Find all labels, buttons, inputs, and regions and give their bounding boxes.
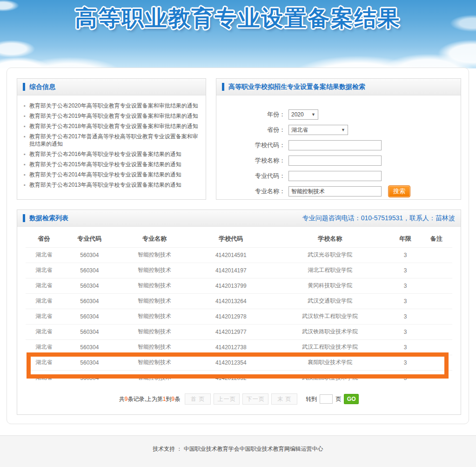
major-code-input[interactable] — [288, 171, 382, 181]
blue-bar-icon — [222, 83, 224, 91]
table-row: 湖北省560304智能控制技术4142013264武汉交通职业学院3 — [26, 293, 452, 309]
summary-text: 条 — [174, 396, 180, 402]
province-select-value: 湖北省 — [291, 126, 308, 134]
table-cell: 智能控制技术 — [117, 247, 192, 263]
results-panel-header: 数据检索列表 专业问题咨询电话：010-57519531，联系人：苗林波 — [17, 210, 461, 227]
column-header: 备注 — [420, 230, 452, 247]
table-cell: 4142013799 — [192, 278, 270, 293]
prev-page-button[interactable]: 上一页 — [214, 393, 240, 405]
table-cell: 3 — [390, 355, 421, 370]
table-cell: 560304 — [62, 309, 117, 324]
table-cell: 4142012978 — [192, 309, 270, 324]
table-cell: 560304 — [62, 324, 117, 339]
table-cell: 武汉光谷职业学院 — [270, 247, 390, 263]
info-panel-title: 综合信息 — [29, 83, 55, 91]
table-cell: 武汉铁路职业技术学院 — [270, 324, 390, 339]
table-cell: 4142014197 — [192, 263, 270, 278]
table-cell: 560304 — [62, 293, 117, 309]
table-cell — [420, 339, 452, 355]
form-row-province: 省份： 湖北省 ▼ — [216, 124, 461, 135]
form-row-major-code: 专业代码： — [216, 170, 461, 182]
table-cell — [420, 247, 452, 263]
info-list-item[interactable]: 教育部关于公布2019年高等职业教育专业设置备案和审批结果的通知 — [24, 112, 198, 120]
next-page-button[interactable]: 下一页 — [242, 393, 268, 405]
table-cell: 560304 — [62, 339, 117, 355]
table-cell — [420, 355, 452, 370]
info-list-item[interactable]: 教育部关于公布2020年高等职业教育专业设置备案和审批结果的通知 — [24, 102, 198, 109]
info-list-item[interactable]: 教育部关于公布2017年普通高等学校高等职业教育专业设置备案和审批结果的通知 — [24, 133, 198, 148]
info-list-item[interactable]: 教育部关于公布2018年高等职业教育专业设置备案和审批结果的通知 — [24, 122, 198, 130]
school-code-input[interactable] — [288, 140, 382, 150]
table-cell: 4142012977 — [192, 324, 270, 339]
main-container: 综合信息 教育部关于公布2020年高等职业教育专业设置备案和审批结果的通知教育部… — [7, 68, 469, 424]
column-header: 省份 — [26, 230, 62, 247]
page: 高等职业教育专业设置备案结果 综合信息 教育部关于公布2020年高等职业教育专业… — [0, 0, 476, 467]
table-cell: 智能控制技术 — [117, 293, 192, 309]
go-button[interactable]: GO — [344, 394, 359, 404]
results-table: 省份专业代码专业名称学校代码学校名称年限备注 湖北省560304智能控制技术41… — [26, 230, 452, 386]
table-cell: 3 — [390, 263, 421, 278]
table-row: 湖北省560304智能控制技术4142012354襄阳职业技术学院3 — [26, 355, 452, 370]
table-cell: 湖北省 — [26, 278, 62, 293]
first-page-button[interactable]: 首 页 — [185, 393, 211, 405]
info-list-item[interactable]: 教育部关于公布2016年高等职业学校专业设置备案结果的通知 — [24, 150, 198, 158]
info-list-item[interactable]: 教育部关于公布2015年高等职业学校专业设置备案结果的通知 — [24, 161, 198, 168]
school-code-label: 学校代码： — [216, 141, 285, 149]
table-cell: 湖北省 — [26, 293, 62, 309]
results-table-body: 湖北省560304智能控制技术4142014591武汉光谷职业学院3湖北省560… — [26, 247, 452, 386]
table-cell: 3 — [390, 370, 421, 386]
table-cell: 黄冈科技职业学院 — [270, 278, 390, 293]
column-header: 年限 — [390, 230, 421, 247]
major-code-label: 专业代码： — [216, 172, 285, 180]
table-row: 湖北省560304智能控制技术4142012977武汉铁路职业技术学院3 — [26, 324, 452, 339]
table-cell: 湖北工程职业学院 — [270, 263, 390, 278]
footer: 技术支持 ： 中国职业技术教育学会中国职业技术教育网编辑运营中心 — [0, 435, 476, 467]
table-cell: 湖北省 — [26, 370, 62, 386]
table-cell: 武汉软件工程职业学院 — [270, 309, 390, 324]
table-cell: 4142012052 — [192, 370, 270, 386]
results-panel: 数据检索列表 专业问题咨询电话：010-57519531，联系人：苗林波 省份专… — [17, 210, 461, 415]
form-row-year: 年份： 2020 ▼ — [216, 109, 461, 120]
info-list-item[interactable]: 教育部关于公布2014年高等职业学校专业设置备案结果的通知 — [24, 171, 198, 178]
table-cell: 湖北省 — [26, 309, 62, 324]
column-header: 学校名称 — [270, 230, 390, 247]
search-panel: 高等职业学校拟招生专业设置备案结果数据检索 年份： 2020 ▼ 省份： 湖北省… — [216, 78, 461, 200]
table-cell: 武汉工程职业技术学院 — [270, 339, 390, 355]
search-form: 年份： 2020 ▼ 省份： 湖北省 ▼ 学校代码： — [216, 95, 461, 197]
table-cell: 智能控制技术 — [117, 355, 192, 370]
column-header: 专业代码 — [62, 230, 117, 247]
table-cell — [420, 324, 452, 339]
table-cell: 智能控制技术 — [117, 324, 192, 339]
results-table-wrap: 省份专业代码专业名称学校代码学校名称年限备注 湖北省560304智能控制技术41… — [26, 230, 452, 386]
table-cell — [420, 370, 452, 386]
form-row-major-name: 专业名称： 搜索 — [216, 186, 461, 197]
chevron-down-icon: ▼ — [311, 112, 315, 117]
table-cell: 3 — [390, 309, 421, 324]
info-panel: 综合信息 教育部关于公布2020年高等职业教育专业设置备案和审批结果的通知教育部… — [17, 78, 206, 200]
table-cell: 560304 — [62, 355, 117, 370]
table-cell: 3 — [390, 339, 421, 355]
range-start: 1 — [163, 396, 166, 402]
school-name-input[interactable] — [288, 156, 382, 166]
pagination-summary: 共9条记录,上为第1到9条 — [119, 395, 180, 403]
major-name-label: 专业名称： — [216, 187, 285, 196]
table-cell: 560304 — [62, 370, 117, 386]
school-name-label: 学校名称： — [216, 156, 285, 165]
footer-text: 技术支持 ： 中国职业技术教育学会中国职业技术教育网编辑运营中心 — [0, 445, 476, 453]
last-page-button[interactable]: 末 页 — [271, 393, 297, 405]
table-cell: 湖北省 — [26, 339, 62, 355]
table-cell: 3 — [390, 293, 421, 309]
table-cell: 智能控制技术 — [117, 309, 192, 324]
goto-page-input[interactable] — [320, 394, 333, 404]
table-cell — [420, 263, 452, 278]
year-select[interactable]: 2020 ▼ — [288, 109, 318, 120]
table-cell: 560304 — [62, 278, 117, 293]
search-button[interactable]: 搜索 — [388, 185, 410, 197]
table-row: 湖北省560304智能控制技术4142012978武汉软件工程职业学院3 — [26, 309, 452, 324]
info-list-item[interactable]: 教育部关于公布2013年高等职业学校专业设置备案结果的通知 — [24, 181, 198, 189]
province-select[interactable]: 湖北省 ▼ — [288, 125, 348, 135]
major-name-input[interactable] — [288, 186, 382, 196]
table-cell: 4142012354 — [192, 355, 270, 370]
table-cell: 湖北省 — [26, 355, 62, 370]
table-row: 湖北省560304智能控制技术4142012738武汉工程职业技术学院3 — [26, 339, 452, 355]
